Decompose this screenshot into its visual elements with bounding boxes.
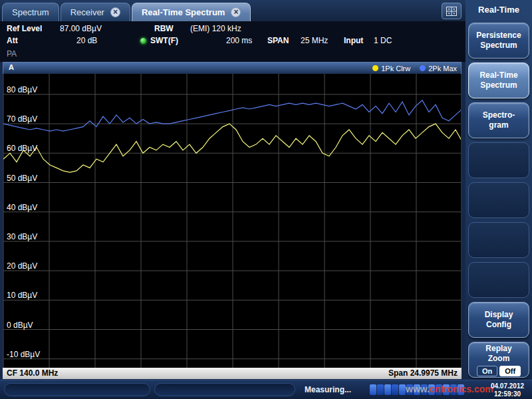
window-layout-icon — [446, 7, 457, 16]
softkey-label: Spectrum — [480, 41, 517, 51]
progress-segment — [370, 384, 376, 395]
softkey-empty — [468, 222, 529, 258]
datetime-display: 04.07.2012 12:59:30 — [485, 382, 529, 398]
chart-header: A 1Pk Clrw2Pk Max — [3, 62, 462, 74]
softkey-real-time-spectrum[interactable]: Real-TimeSpectrum — [468, 63, 529, 98]
softkey-label: Zoom — [488, 354, 510, 364]
trace-legend: 1Pk Clrw2Pk Max — [372, 63, 457, 74]
progress-segment — [377, 384, 384, 395]
tab-receiver[interactable]: Receiver× — [61, 3, 130, 21]
att-value[interactable]: 20 dB — [76, 36, 97, 45]
progress-segment — [384, 384, 391, 395]
swt-value[interactable]: 200 ms — [226, 36, 252, 45]
legend-1pk-clrw: 1Pk Clrw — [372, 65, 410, 72]
chart-footer: CF 140.0 MHz Span 24.9975 MHz — [3, 368, 462, 379]
tab-close-icon[interactable]: × — [110, 7, 120, 17]
status-bar: Measuring... www.cntronics.com 04.07.201… — [0, 380, 532, 399]
toggle-option-off[interactable]: Off — [499, 366, 521, 376]
tab-label: Spectrum — [12, 7, 49, 17]
date-text: 04.07.2012 — [485, 382, 529, 390]
progress-segment — [458, 384, 464, 395]
y-tick-label: 30 dBµV — [7, 232, 37, 241]
input-value[interactable]: 1 DC — [374, 36, 392, 45]
measurement-status-text: Measuring... — [305, 385, 351, 394]
softkey-label: Display — [485, 310, 513, 320]
progress-segment — [436, 384, 442, 395]
chart-window: A 1Pk Clrw2Pk Max 80 dBµV70 dBµV60 dBµV5… — [3, 62, 462, 379]
transducer-label: PA — [7, 49, 17, 59]
time-text: 12:59:30 — [485, 390, 529, 398]
progress-bar — [370, 384, 464, 395]
softkey-empty — [468, 142, 529, 178]
softkey-replay-zoom[interactable]: ReplayZoomOnOff — [468, 342, 529, 378]
progress-segment — [428, 384, 435, 395]
legend-label: 1Pk Clrw — [381, 65, 410, 72]
softkey-label: Spectrum — [480, 80, 517, 90]
statusbar-panel-center — [154, 383, 295, 396]
y-tick-label: 70 dBµV — [7, 114, 37, 124]
progress-segment — [406, 384, 413, 395]
settings-bar: Ref Level 87.00 dBµV RBW (EMI) 120 kHz A… — [0, 21, 466, 62]
statusbar-panel-left — [4, 383, 150, 396]
tab-real-time-spectrum[interactable]: Real-Time Spectrum× — [132, 3, 251, 21]
softkey-empty — [468, 262, 529, 298]
y-tick-label: 0 dBµV — [7, 321, 33, 330]
plot-area: 80 dBµV70 dBµV60 dBµV50 dBµV40 dBµV30 dB… — [3, 74, 462, 368]
y-tick-label: 20 dBµV — [7, 261, 37, 271]
softkey-label: Real-Time — [479, 70, 517, 80]
softkey-label: Persistence — [476, 31, 521, 41]
y-tick-label: 40 dBµV — [7, 203, 37, 212]
tab-bar: SpectrumReceiver×Real-Time Spectrum× — [0, 0, 466, 21]
span-value[interactable]: 25 MHz — [301, 36, 328, 45]
replay-zoom-toggle: OnOff — [477, 366, 521, 376]
softkey-persistence-spectrum[interactable]: PersistenceSpectrum — [468, 23, 529, 59]
window-label: A — [9, 63, 14, 71]
legend-2pk-max: 2Pk Max — [420, 65, 457, 72]
ref-level-value[interactable]: 87.00 dBµV — [60, 24, 102, 33]
y-tick-label: 50 dBµV — [7, 174, 37, 183]
softkey-menu: Real-Time PersistenceSpectrumReal-TimeSp… — [466, 0, 532, 380]
span-readout: Span 24.9975 MHz — [388, 368, 458, 379]
tab-spectrum[interactable]: Spectrum — [2, 3, 59, 21]
toggle-option-on[interactable]: On — [477, 366, 497, 376]
y-tick-label: -10 dBµV — [7, 350, 40, 359]
softkey-label: Spectro- — [483, 110, 515, 120]
y-tick-label: 80 dBµV — [7, 85, 37, 94]
progress-segment — [450, 384, 457, 395]
softkey-empty — [468, 182, 529, 218]
swt-label: SWT(F) — [150, 36, 178, 45]
y-tick-label: 10 dBµV — [7, 291, 37, 300]
input-label: Input — [344, 36, 363, 45]
window-layout-button[interactable] — [442, 3, 462, 19]
tab-strip: SpectrumReceiver×Real-Time Spectrum× — [0, 3, 251, 21]
center-frequency-readout: CF 140.0 MHz — [7, 368, 58, 379]
legend-label: 2Pk Max — [428, 65, 457, 72]
progress-segment — [443, 384, 450, 395]
progress-segment — [414, 384, 420, 395]
att-label: Att — [7, 36, 18, 45]
progress-segment — [421, 384, 428, 395]
softkey-label: Config — [486, 320, 511, 330]
tab-label: Receiver — [70, 7, 104, 17]
rbw-label: RBW — [154, 24, 174, 33]
spectrum-plot-svg — [3, 74, 462, 368]
softkey-label: Replay — [485, 344, 511, 354]
tab-close-icon[interactable]: × — [231, 7, 241, 17]
legend-dot — [372, 65, 378, 71]
softkey-label: gram — [489, 120, 508, 130]
rbw-value[interactable]: (EMI) 120 kHz — [190, 24, 241, 33]
progress-segment — [392, 384, 398, 395]
y-tick-label: 60 dBµV — [7, 144, 37, 153]
progress-segment — [399, 384, 406, 395]
softkey-menu-title: Real-Time — [466, 0, 532, 20]
softkey-spectro-gram[interactable]: Spectro-gram — [468, 102, 529, 138]
ref-level-label: Ref Level — [7, 24, 42, 33]
sweep-status-led — [140, 38, 146, 44]
legend-dot — [420, 65, 426, 71]
span-label: SPAN — [267, 36, 289, 45]
tab-label: Real-Time Spectrum — [142, 7, 225, 17]
softkey-display-config[interactable]: DisplayConfig — [468, 302, 529, 338]
